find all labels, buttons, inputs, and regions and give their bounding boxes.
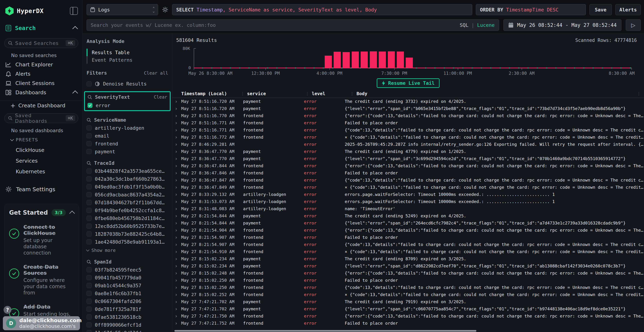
- row-expand-icon[interactable]: ›: [175, 235, 181, 240]
- table-row[interactable]: ›May 27 8:21:54.844 AMpaymenterror{"leve…: [172, 220, 644, 227]
- row-expand-icon[interactable]: ›: [175, 134, 181, 140]
- clear-all-filters-button[interactable]: Clear all: [144, 70, 168, 76]
- event-search-input[interactable]: Search your events w/ Lucene ex. column:…: [86, 19, 499, 31]
- table-row[interactable]: ›May 27 8:15:02.252 AMfrontenderror× {"c…: [172, 291, 644, 298]
- row-expand-icon[interactable]: ›: [175, 163, 181, 168]
- preset-item-kubernetes[interactable]: Kubernetes: [0, 168, 82, 174]
- resume-live-tail-button[interactable]: Resume Live Tail: [377, 78, 439, 88]
- filter-option[interactable]: 0fae5381230518cb: [86, 314, 168, 320]
- denoise-results-checkbox[interactable]: Denoise Results: [86, 81, 168, 86]
- team-settings-button[interactable]: Team Settings: [0, 186, 82, 192]
- table-row[interactable]: ›May 27 8:21:54.844 AMpaymenterrorThe cr…: [172, 212, 644, 220]
- horizontal-scrollbar[interactable]: [174, 330, 476, 332]
- table-row[interactable]: ›May 27 8:15:02.250 AMfrontenderrorFaile…: [172, 277, 644, 284]
- row-expand-icon[interactable]: ›: [175, 106, 181, 111]
- checkbox[interactable]: [86, 314, 92, 320]
- checkbox[interactable]: [86, 141, 92, 146]
- checkbox[interactable]: [86, 306, 92, 312]
- checkbox[interactable]: [86, 176, 92, 182]
- table-row[interactable]: ›May 27 8:36:47.847 AMfrontenderror{"cod…: [172, 176, 644, 184]
- row-expand-icon[interactable]: ›: [175, 199, 181, 204]
- row-expand-icon[interactable]: ›: [175, 156, 181, 161]
- column-resize-grip[interactable]: ⋮: [305, 92, 309, 96]
- table-row[interactable]: ›May 27 8:51:16.720 AMpaymenterror{"leve…: [172, 105, 644, 112]
- table-row[interactable]: ›May 27 8:51:16.770 AMfrontenderror{"err…: [172, 112, 644, 119]
- order-by-input[interactable]: ORDER BY TimestampTime DESC: [476, 4, 586, 15]
- help-button[interactable]: ?: [4, 306, 12, 314]
- row-expand-icon[interactable]: ›: [175, 142, 181, 147]
- preset-item-clickhouse[interactable]: ClickHouse: [0, 147, 82, 153]
- analysis-mode-results-table[interactable]: Results Table: [86, 49, 168, 56]
- row-expand-icon[interactable]: ›: [175, 285, 181, 290]
- row-expand-icon[interactable]: ›: [175, 299, 181, 304]
- row-expand-icon[interactable]: ›: [175, 228, 181, 233]
- table-row[interactable]: ›May 27 7:47:21.752 AMfrontenderrorFaile…: [172, 320, 644, 327]
- create-dashboard-button[interactable]: + Create Dashboard: [0, 100, 82, 110]
- row-expand-icon[interactable]: ›: [175, 149, 181, 154]
- filter-option[interactable]: 0ff8990066efcf1d: [86, 322, 168, 328]
- row-expand-icon[interactable]: ›: [175, 306, 181, 312]
- filter-option[interactable]: 0fbe680eb456750b2d1184c…: [86, 216, 168, 221]
- table-row[interactable]: ›May 27 8:36:47.849 AMfrontenderror× {"c…: [172, 184, 644, 191]
- checkbox[interactable]: [86, 126, 92, 130]
- checkbox[interactable]: [86, 168, 92, 174]
- filter-option[interactable]: 0de781ff325a781f: [86, 306, 168, 312]
- histogram-bar[interactable]: [406, 58, 413, 68]
- analysis-mode-event-patterns[interactable]: Event Patterns: [86, 56, 168, 64]
- checkbox[interactable]: [86, 216, 92, 221]
- table-options-icon[interactable]: ⋮: [637, 92, 641, 96]
- row-expand-icon[interactable]: ›: [175, 184, 181, 190]
- histogram-bar[interactable]: [379, 52, 386, 68]
- sidebar-collapse-icon[interactable]: [70, 7, 78, 15]
- sidebar-item-chart-explorer[interactable]: Chart Explorer: [0, 60, 82, 69]
- lucene-toggle[interactable]: Lucene: [477, 22, 495, 28]
- table-row[interactable]: ›May 27 7:47:21.750 AMfrontenderror{"err…: [172, 312, 644, 320]
- table-row[interactable]: ›May 27 8:51:16.772 AMfrontenderror× {"c…: [172, 134, 644, 141]
- saved-dashboards-input[interactable]: Saved Dashboards ⌘K: [4, 114, 78, 123]
- row-expand-icon[interactable]: ›: [175, 127, 181, 133]
- source-select[interactable]: Logs ⌃⌄: [86, 4, 158, 15]
- date-range-picker[interactable]: May 26 08:52:44 - May 27 08:52:44: [504, 19, 622, 31]
- table-row[interactable]: ›May 27 8:36:47.770 AMpaymenterror{"leve…: [172, 155, 644, 162]
- histogram-bar[interactable]: [388, 51, 395, 68]
- filter-option[interactable]: 049ed0ac3fdb1f3f15a0b0b…: [86, 184, 168, 190]
- table-row[interactable]: ›May 27 8:21:54.907 AMfrontenderror{"cod…: [172, 241, 644, 248]
- histogram-bar[interactable]: [334, 52, 341, 68]
- row-expand-icon[interactable]: ›: [175, 249, 181, 254]
- filter-option[interactable]: 1ae42480d758e9ab91193a1…: [86, 239, 168, 244]
- sidebar-item-dashboards[interactable]: Dashboards: [0, 88, 82, 97]
- column-resize-grip[interactable]: ⋮: [350, 92, 354, 96]
- row-expand-icon[interactable]: ›: [175, 314, 181, 319]
- user-menu[interactable]: D dale@clickhouse.com dale@clickhouse.co…: [3, 316, 80, 330]
- checkbox[interactable]: [86, 232, 92, 236]
- row-expand-icon[interactable]: ›: [175, 278, 181, 283]
- checkbox[interactable]: [86, 224, 92, 228]
- column-header-service[interactable]: service: [247, 91, 303, 96]
- filter-option[interactable]: 0f94b9befe0b4252ccfa1c8…: [86, 208, 168, 213]
- alerts-button[interactable]: Alerts: [616, 4, 641, 15]
- get-started-item[interactable]: Connect to ClickHouseSet up your databas…: [9, 224, 74, 256]
- filter-option[interactable]: artillery-loadgen: [86, 125, 168, 130]
- histogram-bar[interactable]: [325, 56, 332, 68]
- results-histogram[interactable]: 80K 0 May 26 8:30:00 AM12:30:00 PM4:00:0…: [172, 44, 644, 76]
- table-row[interactable]: ›May 27 8:51:16.720 AMpaymenterrorThe cr…: [172, 98, 644, 105]
- sidebar-item-alerts[interactable]: Alerts: [0, 69, 82, 78]
- table-row[interactable]: ›May 27 8:21:54.910 AMfrontenderror× {"c…: [172, 248, 644, 255]
- histogram-bar[interactable]: [397, 52, 404, 68]
- filter-option[interactable]: 12ec8dd52b60b9525733b7e…: [86, 224, 168, 229]
- table-row[interactable]: ›May 27 8:46:29.281 AMerror2025-05-26T09…: [172, 141, 644, 148]
- filter-option[interactable]: email: [86, 133, 168, 138]
- table-row[interactable]: ›May 27 8:51:16.771 AMfrontenderror{"cod…: [172, 126, 644, 134]
- row-expand-icon[interactable]: ›: [175, 120, 181, 126]
- table-row[interactable]: ›May 27 8:36:47.844 AMfrontenderror{"err…: [172, 162, 644, 170]
- filter-option[interactable]: 03b44828f42a3573ea655ce…: [86, 168, 168, 174]
- checkbox[interactable]: [86, 275, 92, 280]
- histogram-bar[interactable]: [342, 52, 350, 68]
- filter-option[interactable]: 056cd9acbaac8637a4354a2…: [86, 192, 168, 197]
- histogram-bar[interactable]: [361, 52, 368, 68]
- checkbox[interactable]: [86, 208, 92, 213]
- show-more-button[interactable]: Show more: [86, 248, 168, 253]
- filter-option[interactable]: 0c0667304fafd206: [86, 298, 168, 304]
- histogram-bar[interactable]: [352, 52, 359, 68]
- column-resize-grip[interactable]: ⋮: [240, 92, 244, 96]
